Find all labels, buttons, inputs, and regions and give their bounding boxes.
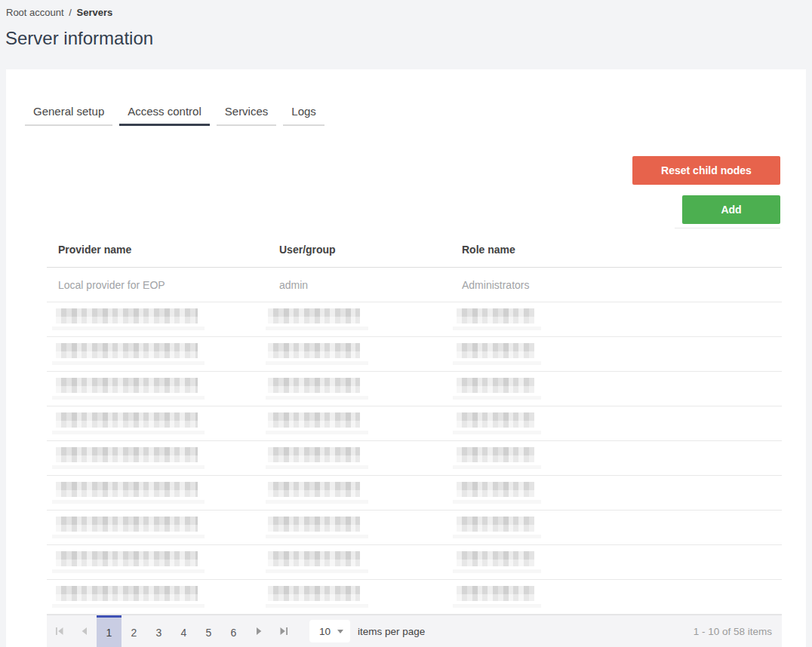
next-page-icon xyxy=(254,627,263,636)
redacted-cell xyxy=(47,372,268,406)
redacted-cell xyxy=(268,545,451,579)
items-per-page-label: items per page xyxy=(358,626,425,637)
table-row-redacted[interactable] xyxy=(47,580,782,615)
pager: 1 2 3 4 5 6 10 items per page 1 - 10 of … xyxy=(47,615,782,647)
redacted-cell xyxy=(47,406,268,440)
divider xyxy=(675,228,780,228)
redacted-cell xyxy=(47,580,268,614)
grid-header-row: Provider name User/group Role name xyxy=(47,232,782,268)
reset-child-nodes-button[interactable]: Reset child nodes xyxy=(632,156,780,185)
table-row-redacted[interactable] xyxy=(47,302,782,337)
table-row-redacted[interactable] xyxy=(47,545,782,580)
page-button-3[interactable]: 3 xyxy=(146,615,171,647)
previous-page-button[interactable] xyxy=(72,615,97,647)
cell-user-group: admin xyxy=(268,279,451,291)
add-button[interactable]: Add xyxy=(682,195,780,224)
redacted-cell xyxy=(268,302,451,336)
redacted-cell xyxy=(451,441,782,475)
redacted-cell xyxy=(451,511,782,544)
cell-provider-name: Local provider for EOP xyxy=(47,279,268,291)
last-page-icon xyxy=(279,627,288,636)
breadcrumb: Root account / Servers xyxy=(6,7,112,18)
last-page-button[interactable] xyxy=(271,615,296,647)
page-size-value: 10 xyxy=(319,626,331,637)
breadcrumb-root-account[interactable]: Root account xyxy=(6,7,64,18)
redacted-cell xyxy=(451,476,782,510)
page-button-5[interactable]: 5 xyxy=(196,615,221,647)
redacted-cell xyxy=(47,302,268,336)
content-card: General setup Access control Services Lo… xyxy=(6,69,806,647)
column-header-provider-name[interactable]: Provider name xyxy=(47,244,268,256)
table-row-redacted[interactable] xyxy=(47,372,782,406)
tab-access-control[interactable]: Access control xyxy=(119,105,210,126)
breadcrumb-current-servers: Servers xyxy=(76,7,112,18)
column-header-user-group[interactable]: User/group xyxy=(268,244,451,256)
table-row-redacted[interactable] xyxy=(47,476,782,511)
redacted-cell xyxy=(268,511,451,544)
caret-down-icon xyxy=(337,630,343,633)
tab-logs[interactable]: Logs xyxy=(283,105,324,126)
redacted-cell xyxy=(451,406,782,440)
redacted-cell xyxy=(47,337,268,371)
cell-role-name: Administrators xyxy=(451,279,782,291)
table-row-redacted[interactable] xyxy=(47,406,782,441)
redacted-cell xyxy=(47,545,268,579)
redacted-cell xyxy=(451,302,782,336)
column-header-role-name[interactable]: Role name xyxy=(451,244,782,256)
table-row-redacted[interactable] xyxy=(47,511,782,545)
redacted-cell xyxy=(268,406,451,440)
page-size-select[interactable]: 10 xyxy=(309,620,350,642)
redacted-cell xyxy=(47,441,268,475)
page-button-4[interactable]: 4 xyxy=(171,615,196,647)
table-row[interactable]: Local provider for EOP admin Administrat… xyxy=(47,268,782,302)
page-button-2[interactable]: 2 xyxy=(121,615,146,647)
tab-services[interactable]: Services xyxy=(217,105,277,126)
next-page-button[interactable] xyxy=(246,615,271,647)
redacted-cell xyxy=(268,476,451,510)
table-row-redacted[interactable] xyxy=(47,441,782,476)
table-row-redacted[interactable] xyxy=(47,337,782,372)
page-button-1[interactable]: 1 xyxy=(97,615,121,647)
page-title: Server information xyxy=(5,28,153,49)
breadcrumb-separator: / xyxy=(69,7,72,18)
previous-page-icon xyxy=(80,627,89,636)
redacted-cell xyxy=(268,337,451,371)
pager-range-label: 1 - 10 of 58 items xyxy=(694,626,772,637)
redacted-cell xyxy=(47,476,268,510)
pager-spacer xyxy=(425,615,693,647)
tabstrip: General setup Access control Services Lo… xyxy=(25,105,324,126)
redacted-cell xyxy=(451,545,782,579)
access-control-grid: Provider name User/group Role name Local… xyxy=(47,232,782,615)
redacted-cell xyxy=(268,441,451,475)
redacted-cell xyxy=(268,580,451,614)
redacted-cell xyxy=(451,337,782,371)
redacted-cell xyxy=(451,580,782,614)
first-page-icon xyxy=(55,627,64,636)
redacted-cell xyxy=(451,372,782,406)
first-page-button[interactable] xyxy=(47,615,72,647)
redacted-cell xyxy=(47,511,268,544)
action-buttons: Reset child nodes Add xyxy=(632,156,780,228)
page-button-6[interactable]: 6 xyxy=(221,615,246,647)
tab-general-setup[interactable]: General setup xyxy=(25,105,112,126)
redacted-cell xyxy=(268,372,451,406)
